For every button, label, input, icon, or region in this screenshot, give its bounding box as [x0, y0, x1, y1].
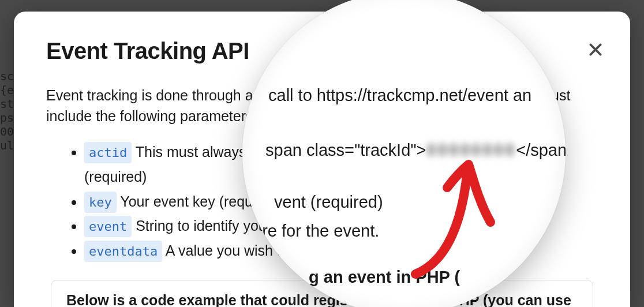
param-name-chip: eventdata: [84, 241, 162, 262]
magnified-line-3: vent (required): [274, 190, 383, 214]
magnified-line-4: tore for the event.: [248, 219, 379, 243]
magnifier-lens: call to https://trackcmp.net/event an sp…: [242, 0, 566, 307]
close-button[interactable]: [584, 38, 607, 61]
blurred-track-id-magnified: 00000000: [426, 138, 516, 162]
magnified-line-2: span class="trackId">00000000</span: [265, 138, 566, 162]
magnified-line-5: g an event in PHP (: [309, 265, 460, 289]
magnifier-content: call to https://trackcmp.net/event an sp…: [242, 0, 566, 307]
magnified-line-1: call to https://trackcmp.net/event an: [268, 84, 531, 107]
param-name-chip: actid: [84, 142, 132, 163]
example-lead-text: Below is a code example that could regis…: [66, 291, 578, 307]
annotation-arrow-icon: [404, 147, 519, 280]
close-icon: [588, 42, 603, 57]
param-name-chip: event: [84, 216, 132, 237]
param-name-chip: key: [84, 192, 117, 213]
